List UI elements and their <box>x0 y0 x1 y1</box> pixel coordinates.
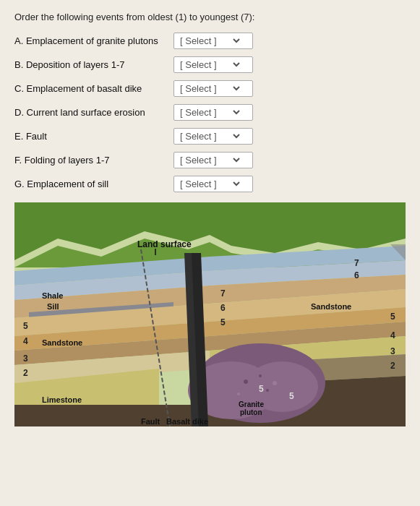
svg-text:Land surface: Land surface <box>137 239 192 249</box>
select-A[interactable]: [ Select ] 123 4567 <box>177 35 242 47</box>
svg-text:pluton: pluton <box>240 408 262 416</box>
select-B[interactable]: [ Select ] 123 4567 <box>177 59 242 71</box>
question-row-E: E. Fault [ Select ] 123 4567 <box>14 128 406 145</box>
select-E[interactable]: [ Select ] 123 4567 <box>177 130 242 142</box>
question-row-D: D. Current land surface erosion [ Select… <box>14 104 406 121</box>
question-label-E: E. Fault <box>14 131 173 142</box>
svg-text:2: 2 <box>390 361 395 371</box>
question-row-A: A. Emplacement of granite plutons [ Sele… <box>14 33 406 49</box>
question-row-G: G. Emplacement of sill [ Select ] 123 45… <box>14 176 406 192</box>
select-wrapper-E[interactable]: [ Select ] 123 4567 <box>173 128 253 145</box>
svg-text:5: 5 <box>289 391 294 401</box>
svg-text:4: 4 <box>23 336 28 346</box>
question-label-D: D. Current land surface erosion <box>14 107 173 118</box>
select-G[interactable]: [ Select ] 123 4567 <box>177 178 242 190</box>
question-row-F: F. Folding of layers 1-7 [ Select ] 123 … <box>14 152 406 168</box>
question-label-F: F. Folding of layers 1-7 <box>14 155 173 166</box>
svg-text:5: 5 <box>23 321 28 331</box>
svg-text:4: 4 <box>390 330 395 340</box>
svg-text:5: 5 <box>220 317 226 327</box>
diagram-container: 2 3 4 5 2 3 4 5 5 6 7 6 7 5 5 Land surfa… <box>14 202 406 429</box>
question-label-G: G. Emplacement of sill <box>14 179 173 189</box>
select-C[interactable]: [ Select ] 123 4567 <box>177 82 242 95</box>
svg-text:Basalt dike: Basalt dike <box>166 417 208 426</box>
svg-point-28 <box>237 393 240 395</box>
svg-text:Shale: Shale <box>42 291 63 300</box>
svg-point-26 <box>266 389 269 392</box>
select-wrapper-C[interactable]: [ Select ] 123 4567 <box>173 80 253 97</box>
svg-text:Sandstone: Sandstone <box>42 338 82 347</box>
svg-text:Limestone: Limestone <box>42 395 82 404</box>
svg-text:Sill: Sill <box>47 302 59 311</box>
svg-text:5: 5 <box>390 312 395 322</box>
svg-text:6: 6 <box>220 303 226 313</box>
svg-text:Fault: Fault <box>141 417 160 426</box>
select-wrapper-B[interactable]: [ Select ] 123 4567 <box>173 56 253 73</box>
svg-point-29 <box>273 381 277 385</box>
questions-list: A. Emplacement of granite plutons [ Sele… <box>14 33 406 192</box>
svg-point-27 <box>259 374 262 377</box>
select-wrapper-D[interactable]: [ Select ] 123 4567 <box>173 104 253 121</box>
instructions-text: Order the following events from oldest (… <box>14 12 406 22</box>
svg-text:7: 7 <box>354 258 359 268</box>
svg-point-25 <box>244 380 248 384</box>
svg-text:Granite: Granite <box>239 400 264 408</box>
select-D[interactable]: [ Select ] 123 4567 <box>177 106 242 119</box>
svg-text:7: 7 <box>220 288 226 299</box>
question-label-A: A. Emplacement of granite plutons <box>14 35 173 46</box>
question-row-C: C. Emplacement of basalt dike [ Select ]… <box>14 80 406 97</box>
svg-text:Sandstone: Sandstone <box>311 302 351 311</box>
select-F[interactable]: [ Select ] 123 4567 <box>177 154 242 166</box>
select-wrapper-F[interactable]: [ Select ] 123 4567 <box>173 152 253 168</box>
svg-text:3: 3 <box>23 353 28 364</box>
select-wrapper-G[interactable]: [ Select ] 123 4567 <box>173 176 253 192</box>
geological-diagram: 2 3 4 5 2 3 4 5 5 6 7 6 7 5 5 Land surfa… <box>14 202 406 426</box>
question-label-C: C. Emplacement of basalt dike <box>14 83 173 94</box>
select-wrapper-A[interactable]: [ Select ] 123 4567 <box>173 33 253 49</box>
svg-text:2: 2 <box>23 368 28 378</box>
svg-text:6: 6 <box>354 270 359 280</box>
svg-text:5: 5 <box>259 384 264 394</box>
question-row-B: B. Deposition of layers 1-7 [ Select ] 1… <box>14 56 406 73</box>
question-label-B: B. Deposition of layers 1-7 <box>14 59 173 70</box>
svg-text:3: 3 <box>390 346 395 356</box>
